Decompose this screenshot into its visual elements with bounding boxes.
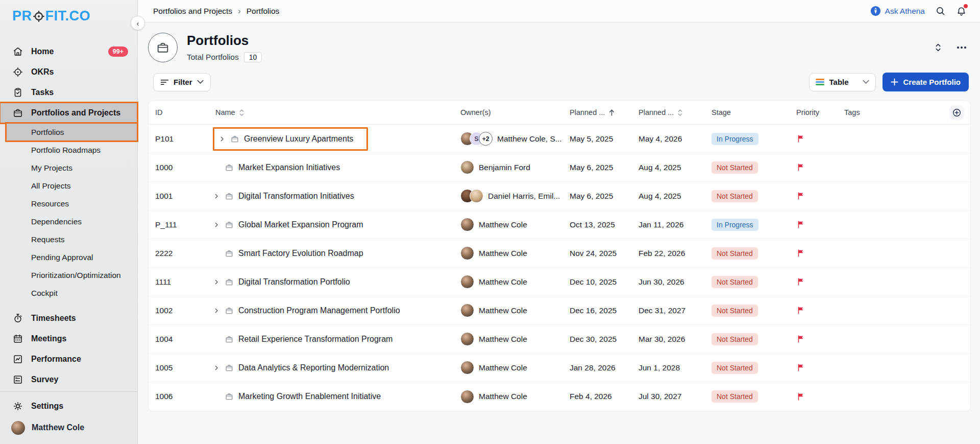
column-header-stage[interactable]: Stage xyxy=(705,108,790,116)
table-row-p-111[interactable]: P_111Global Market Expansion ProgramMatt… xyxy=(149,211,970,239)
ask-athena-button[interactable]: Ask Athena xyxy=(870,6,925,16)
column-header-planned[interactable]: Planned ... xyxy=(632,108,705,116)
portfolio-name-link[interactable]: Digital Transformation Initiatives xyxy=(238,192,354,201)
sidebar-item-portfolio-roadmaps[interactable]: Portfolio Roadmaps xyxy=(0,141,137,159)
cell-priority xyxy=(790,162,838,172)
priority-flag-icon[interactable] xyxy=(796,392,805,402)
sidebar-item-portfolios-and-projects[interactable]: Portfolios and Projects xyxy=(0,103,137,123)
expand-collapse-rows-icon[interactable] xyxy=(934,43,942,52)
row-expander-icon[interactable] xyxy=(213,193,221,200)
column-header-planned[interactable]: Planned ... xyxy=(563,108,632,116)
search-icon[interactable] xyxy=(935,6,946,16)
owner-names: Matthew Cole xyxy=(479,220,527,229)
sidebar-item-timesheets[interactable]: Timesheets xyxy=(0,308,137,329)
portfolio-name-link[interactable]: Marketing Growth Enablement Initiative xyxy=(238,392,381,401)
row-expander-icon[interactable] xyxy=(218,135,227,143)
sidebar-item-performance[interactable]: Performance xyxy=(0,349,137,369)
sidebar-item-settings[interactable]: Settings xyxy=(0,396,137,416)
portfolio-name-link[interactable]: Smart Factory Evolution Roadmap xyxy=(238,249,363,258)
sidebar-item-survey[interactable]: Survey xyxy=(0,369,137,390)
priority-flag-icon[interactable] xyxy=(796,162,805,172)
sidebar-item-label: Pending Approval xyxy=(31,253,93,262)
sort-icon[interactable] xyxy=(677,109,683,116)
priority-flag-icon[interactable] xyxy=(796,134,805,144)
row-expander-icon[interactable] xyxy=(213,364,221,371)
priority-flag-icon[interactable] xyxy=(796,306,805,315)
sidebar-item-label: Tasks xyxy=(31,88,54,97)
table-row-2222[interactable]: 2222Smart Factory Evolution RoadmapMatth… xyxy=(149,239,970,268)
breadcrumb-portfolios-and-projects[interactable]: Portfolios and Projects xyxy=(153,7,232,16)
portfolio-name-link[interactable]: Digital Transformation Portfolio xyxy=(238,277,350,287)
sidebar-user[interactable]: Matthew Cole xyxy=(0,416,137,439)
sidebar-item-resources[interactable]: Resources xyxy=(0,195,137,213)
sort-ascending-icon[interactable] xyxy=(608,109,615,116)
owner-avatar xyxy=(460,332,474,346)
priority-flag-icon[interactable] xyxy=(796,277,805,287)
owner-avatars xyxy=(460,189,483,203)
sort-icon[interactable] xyxy=(239,109,244,116)
cell-name: Market Expansion Initiatives xyxy=(209,162,454,173)
table-row-p101[interactable]: P101Greenview Luxury ApartmentsS+2Matthe… xyxy=(149,125,970,153)
sidebar-collapse-button[interactable]: ‹ xyxy=(131,16,145,30)
sidebar-item-my-projects[interactable]: My Projects xyxy=(0,159,137,177)
portfolio-name-link[interactable]: Global Market Expansion Program xyxy=(238,220,363,229)
sidebar-item-meetings[interactable]: Meetings xyxy=(0,329,137,349)
sidebar-item-home[interactable]: Home99+ xyxy=(0,41,137,62)
priority-flag-icon[interactable] xyxy=(796,334,805,344)
add-column-icon[interactable] xyxy=(949,105,964,120)
logo-target-icon xyxy=(33,10,45,22)
sidebar-divider xyxy=(0,391,137,392)
priority-flag-icon[interactable] xyxy=(796,248,805,258)
more-options-icon[interactable] xyxy=(957,46,967,49)
row-expander-icon[interactable] xyxy=(213,307,221,314)
column-header-priority[interactable]: Priority xyxy=(790,108,838,116)
table-row-1111[interactable]: 1111Digital Transformation PortfolioMatt… xyxy=(149,268,970,296)
table-row-1004[interactable]: 1004Retail Experience Transformation Pro… xyxy=(149,325,970,354)
table-row-1002[interactable]: 1002Construction Program Management Port… xyxy=(149,296,970,325)
sidebar-item-pending-approval[interactable]: Pending Approval xyxy=(0,248,137,266)
column-header-tags[interactable]: Tags xyxy=(838,108,947,116)
sidebar-item-label: Requests xyxy=(31,235,64,244)
sidebar-item-dependencies[interactable]: Dependencies xyxy=(0,213,137,230)
column-header-id[interactable]: ID xyxy=(149,108,209,116)
portfolio-name-link[interactable]: Construction Program Management Portfoli… xyxy=(238,306,400,315)
topbar: Portfolios and Projects › Portfolios Ask… xyxy=(138,0,980,22)
sidebar-item-all-projects[interactable]: All Projects xyxy=(0,177,137,195)
sidebar-item-requests[interactable]: Requests xyxy=(0,230,137,248)
portfolio-name-link[interactable]: Market Expansion Initiatives xyxy=(238,163,340,172)
column-header-owner-s[interactable]: Owner(s) xyxy=(454,108,563,116)
settings-label: Settings xyxy=(31,402,63,411)
sidebar-item-tasks[interactable]: Tasks xyxy=(0,82,137,103)
priority-flag-icon[interactable] xyxy=(796,191,805,201)
sidebar-item-cockpit[interactable]: Cockpit xyxy=(0,284,137,302)
survey-icon xyxy=(12,374,23,385)
breadcrumb-separator-icon: › xyxy=(238,6,241,16)
sidebar-item-prioritization-optimization[interactable]: Prioritization/Optimization xyxy=(0,266,137,284)
portfolio-name-link[interactable]: Greenview Luxury Apartments xyxy=(244,134,353,144)
filter-button[interactable]: Filter xyxy=(153,73,211,91)
table-row-1006[interactable]: 1006Marketing Growth Enablement Initiati… xyxy=(149,382,970,411)
table-row-1005[interactable]: 1005Data Analytics & Reporting Moderniza… xyxy=(149,354,970,382)
name-box: Digital Transformation Initiatives xyxy=(213,191,354,202)
priority-flag-icon[interactable] xyxy=(796,220,805,229)
breadcrumb-portfolios[interactable]: Portfolios xyxy=(247,7,280,16)
page-title-block: Portfolios Total Portfolios 10 xyxy=(187,33,262,62)
athena-icon xyxy=(870,6,881,16)
portfolio-name-link[interactable]: Retail Experience Transformation Program xyxy=(238,335,393,344)
table-row-1001[interactable]: 1001Digital Transformation InitiativesDa… xyxy=(149,182,970,211)
cell-priority xyxy=(790,363,838,372)
cell-planned-end: Dec 31, 2027 xyxy=(632,306,705,315)
portfolio-name-link[interactable]: Data Analytics & Reporting Modernization xyxy=(238,363,389,372)
create-portfolio-button[interactable]: Create Portfolio xyxy=(883,73,969,91)
table-row-1000[interactable]: 1000Market Expansion InitiativesBenjamin… xyxy=(149,153,970,182)
sidebar-item-okrs[interactable]: OKRs xyxy=(0,62,137,82)
sidebar-item-label: OKRs xyxy=(31,67,54,77)
owner-avatars xyxy=(460,390,474,404)
sidebar-item-portfolios[interactable]: Portfolios xyxy=(6,123,137,141)
column-header-name[interactable]: Name xyxy=(209,108,454,116)
view-mode-select[interactable]: Table xyxy=(809,73,876,91)
row-expander-icon[interactable] xyxy=(213,278,221,286)
row-expander-icon[interactable] xyxy=(213,221,221,228)
priority-flag-icon[interactable] xyxy=(796,363,805,372)
notifications-bell-icon[interactable] xyxy=(956,6,967,17)
